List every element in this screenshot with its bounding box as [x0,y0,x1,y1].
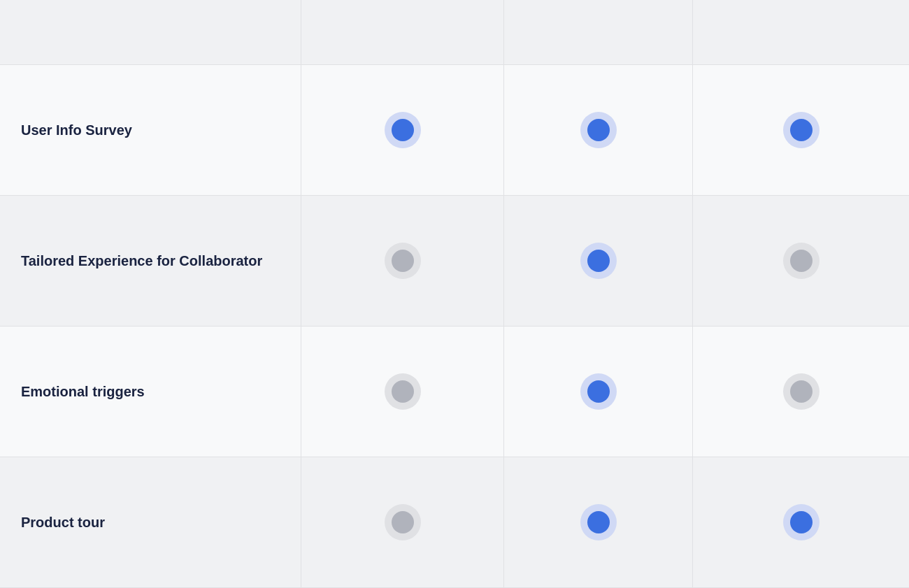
monday-dot-container [783,373,819,410]
clickup-dot-container [580,243,617,279]
monday-indicator-cell [692,65,909,195]
row-label: User Info Survey [21,121,132,139]
table-row: Tailored Experience for Collaborator [0,196,909,327]
asana-dot-container [385,112,421,148]
row-label: Tailored Experience for Collaborator [21,252,262,270]
table-row: Emotional triggers [0,327,909,457]
monday-dot [790,380,813,403]
clickup-dot [587,250,610,272]
clickup-dot-container [580,112,617,148]
row-label-cell: Emotional triggers [0,327,301,457]
clickup-indicator-cell [503,327,692,457]
clickup-dot-container [580,373,617,410]
asana-indicator-cell [301,457,503,587]
asana-dot-container [385,243,421,279]
clickup-dot [587,119,610,141]
table-header [0,0,909,65]
monday-indicator-cell [692,457,909,587]
clickup-indicator-cell [503,196,692,326]
table-row: User Info Survey [0,65,909,196]
asana-dot [392,511,414,533]
asana-indicator-cell [301,327,503,457]
header-clickup-cell [503,0,692,64]
row-label-cell: Tailored Experience for Collaborator [0,196,301,326]
monday-dot [790,511,813,533]
clickup-dot-container [580,504,617,540]
clickup-dot [587,511,610,533]
monday-dot-container [783,504,819,540]
row-label: Product tour [21,513,105,531]
clickup-indicator-cell [503,65,692,195]
clickup-indicator-cell [503,457,692,587]
asana-indicator-cell [301,65,503,195]
asana-dot [392,380,414,403]
asana-dot [392,250,414,272]
header-asana-cell [301,0,503,64]
asana-dot-container [385,373,421,410]
monday-dot [790,119,813,141]
monday-indicator-cell [692,196,909,326]
clickup-dot [587,380,610,403]
row-label-cell: Product tour [0,457,301,587]
monday-dot-container [783,112,819,148]
header-monday-cell [692,0,909,64]
row-label: Emotional triggers [21,382,145,401]
table-row: Product tour [0,457,909,588]
monday-indicator-cell [692,327,909,457]
asana-dot-container [385,504,421,540]
asana-indicator-cell [301,196,503,326]
asana-dot [392,119,414,141]
monday-dot [790,250,813,272]
monday-dot-container [783,243,819,279]
row-label-cell: User Info Survey [0,65,301,195]
